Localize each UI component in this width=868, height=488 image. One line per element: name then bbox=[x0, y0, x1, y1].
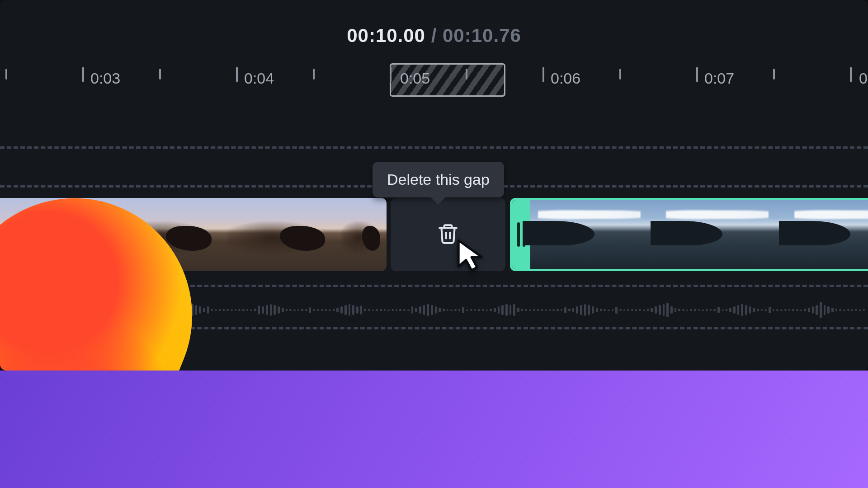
ruler-label: 0:07 bbox=[704, 70, 734, 87]
clip-thumbnail bbox=[530, 200, 658, 269]
timecode-display: 00:10.00 / 00:10.76 bbox=[0, 25, 868, 47]
ruler-label: 0:03 bbox=[90, 70, 120, 87]
ruler-tick bbox=[236, 67, 238, 82]
ruler-tick bbox=[619, 69, 621, 80]
ruler-tick bbox=[696, 67, 698, 82]
timecode-current: 00:10.00 bbox=[347, 25, 425, 46]
trash-icon[interactable] bbox=[437, 221, 459, 248]
ruler-tick bbox=[850, 67, 852, 82]
promo-banner bbox=[0, 371, 868, 488]
timeline-editor: 00:10.00 / 00:10.76 0:030:040:050:060:07… bbox=[0, 0, 868, 371]
clip-thumbnail bbox=[787, 200, 868, 269]
tooltip-delete-gap: Delete this gap bbox=[373, 162, 504, 197]
ruler-tick bbox=[773, 69, 775, 80]
ruler-tick bbox=[313, 69, 315, 80]
timeline-gap[interactable] bbox=[391, 198, 505, 271]
tooltip-text: Delete this gap bbox=[387, 171, 490, 188]
ruler-label: 0: bbox=[859, 70, 868, 87]
ruler-label: 0:05 bbox=[400, 70, 430, 87]
clip-thumbnail bbox=[658, 200, 786, 269]
ruler-tick bbox=[542, 67, 544, 82]
track-divider bbox=[0, 146, 868, 149]
ruler-tick bbox=[466, 69, 467, 80]
ruler-tick bbox=[390, 67, 392, 82]
clip-thumbnail bbox=[341, 198, 387, 271]
ruler-tick bbox=[5, 69, 7, 80]
timeline-ruler[interactable]: 0:030:040:050:060:070: bbox=[0, 63, 868, 92]
clip-thumbnail bbox=[227, 198, 341, 271]
cursor-pointer-icon bbox=[457, 239, 486, 274]
video-clip-b-selected[interactable] bbox=[510, 198, 868, 271]
timecode-total: 00:10.76 bbox=[443, 25, 521, 46]
timecode-separator: / bbox=[431, 25, 437, 46]
ruler-label: 0:04 bbox=[244, 70, 274, 87]
ruler-tick bbox=[82, 67, 84, 82]
ruler-label: 0:06 bbox=[551, 70, 580, 87]
ruler-tick bbox=[159, 69, 161, 80]
